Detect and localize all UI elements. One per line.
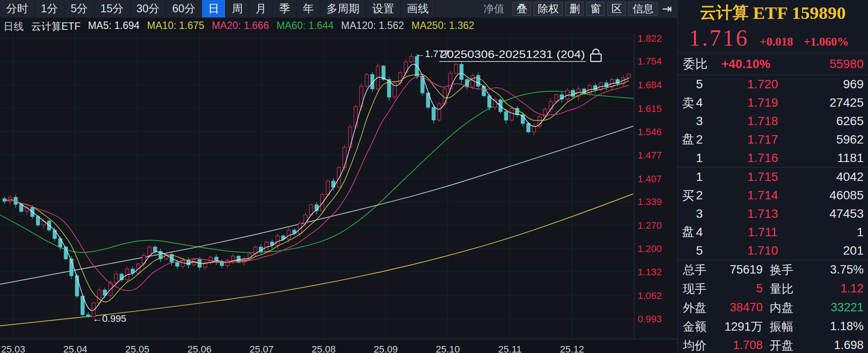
x-axis-label: 25.11 (498, 344, 521, 353)
nav-value-label[interactable]: 净值 (483, 2, 504, 16)
y-axis-label: 1.754 (638, 56, 662, 67)
pan-char: 盘 (682, 131, 694, 148)
ask-row-1[interactable]: 1 1.716 1181 (696, 149, 868, 167)
period-tab-month[interactable]: 月 (249, 0, 273, 18)
y-axis-label: 1.062 (638, 290, 662, 301)
amplitude-label: 振幅 (770, 319, 812, 335)
x-axis-label: 25.06 (187, 344, 212, 353)
ask-row-3[interactable]: 3 1.718 6265 (696, 112, 868, 130)
turnover-rate-label: 换手 (770, 262, 812, 278)
range-label: 20250306-20251231 (204) (440, 48, 585, 60)
current-volume-value: 5 (723, 282, 770, 295)
y-axis-label: 1.615 (638, 103, 662, 114)
open-price-label: 开盘 (770, 338, 812, 353)
period-tab-week[interactable]: 周 (226, 0, 249, 18)
delete-button[interactable]: 删 (565, 2, 584, 16)
exright-button[interactable]: 除权 (534, 2, 563, 16)
pan-char: 盘 (682, 223, 694, 240)
ma120-value: MA120: 1.562 (341, 20, 404, 33)
y-axis-label: 1.270 (638, 220, 662, 231)
bid-volume: 1 (810, 225, 868, 239)
ask-volume: 27425 (810, 96, 868, 110)
last-price: 1.716 (689, 25, 749, 51)
ask-book: 卖 盘 5 1.720 969 4 1.719 27425 3 1.718 62… (678, 75, 868, 168)
stat-row-avgprice: 均价 1.708 开盘 1.698 (678, 336, 868, 353)
weibi-total: 55980 (770, 57, 864, 71)
bid-row-4[interactable]: 4 1.711 1 (696, 223, 868, 241)
bid-row-5[interactable]: 5 1.710 201 (696, 241, 868, 260)
stat-row-lots: 外盘 38470 内盘 33221 (678, 298, 868, 317)
current-volume-label: 现手 (683, 281, 723, 297)
ask-price: 1.718 (715, 114, 810, 128)
chart-symbol-label: 云计算ETF (31, 20, 80, 33)
ask-level: 5 (696, 77, 715, 91)
ask-level: 3 (696, 114, 715, 128)
info-button[interactable]: 信息 (628, 2, 657, 16)
period-tab-30min[interactable]: 30分 (130, 0, 166, 18)
draw-line-button[interactable]: 画线 (401, 0, 435, 18)
bid-level: 4 (696, 225, 715, 239)
period-tab-quarter[interactable]: 季 (273, 0, 297, 18)
amount-label: 金额 (683, 319, 723, 335)
avg-price-label: 均价 (683, 338, 723, 353)
stat-row-current: 现手 5 量比 1.12 (678, 279, 868, 298)
bid-row-2[interactable]: 2 1.714 46085 (696, 186, 868, 205)
ma-legend-bar: 日线 云计算ETF MA5: 1.694 MA10: 1.675 MA20: 1… (4, 20, 474, 33)
period-tab-day-active[interactable]: 日 (202, 0, 226, 18)
avg-price-value: 1.708 (723, 339, 770, 352)
open-price-value: 1.698 (812, 339, 864, 352)
period-tab-60min[interactable]: 60分 (166, 0, 202, 18)
period-tab-year[interactable]: 年 (297, 0, 320, 18)
period-tab-multi[interactable]: 多周期 (320, 0, 366, 18)
total-volume-value: 75619 (723, 263, 770, 277)
ma60-value: MA60: 1.644 (276, 20, 334, 33)
y-axis-label: 1.132 (638, 267, 662, 277)
turnover-rate-value: 3.75% (812, 263, 864, 277)
bid-level: 2 (696, 188, 715, 202)
outer-lots-value: 38470 (723, 301, 770, 314)
collapse-panel-icon[interactable]: ⇥ (662, 2, 672, 16)
ma20-value: MA20: 1.666 (212, 20, 269, 33)
ask-price: 1.716 (715, 151, 810, 165)
bid-row-3[interactable]: 3 1.713 47453 (696, 205, 868, 223)
inner-lots-value: 33221 (812, 301, 864, 314)
ask-row-4[interactable]: 4 1.719 27425 (696, 94, 868, 112)
overlay-button[interactable]: 叠 (513, 2, 531, 16)
y-axis-label: 1.339 (638, 196, 662, 207)
y-axis-label: 0.993 (638, 313, 662, 324)
amplitude-value: 1.18% (812, 320, 864, 333)
candlestick-chart[interactable]: ←1.777←0.99520250306-20251231 (204)1.822… (0, 18, 677, 353)
settings-button[interactable]: 设置 (366, 0, 401, 18)
ask-volume: 6265 (810, 114, 868, 128)
ma5-value: MA5: 1.694 (88, 20, 140, 33)
region-button[interactable]: 区 (607, 2, 626, 16)
period-tab-1min[interactable]: 1分 (35, 0, 65, 18)
x-axis-label: 25.12 (560, 344, 584, 353)
window-button[interactable]: 窗 (586, 2, 605, 16)
stat-row-volume: 总手 75619 换手 3.75% (678, 260, 868, 279)
toolbar-right-group: 净值 叠 除权 删 窗 区 信息 ⇥ (480, 0, 677, 18)
period-toolbar: 分时 1分 5分 15分 30分 60分 日 周 月 季 年 多周期 设置 画线… (0, 0, 677, 18)
stock-code: ETF 159890 (753, 2, 846, 23)
bid-level: 5 (696, 244, 715, 258)
bid-volume: 47453 (810, 207, 868, 221)
ask-row-5[interactable]: 5 1.720 969 (696, 75, 868, 94)
quote-panel: 云计算 ETF 159890 1.716 +0.018 +1.060% 委比 +… (677, 0, 868, 353)
price-change-pct: +1.060% (803, 35, 849, 49)
ma250-value: MA250: 1.362 (412, 20, 474, 33)
weibi-value: +40.10% (721, 57, 770, 71)
ask-row-2[interactable]: 2 1.717 5962 (696, 130, 868, 149)
bid-level: 3 (696, 207, 715, 221)
low-annotation: ←0.995 (93, 313, 126, 324)
ask-volume: 1181 (810, 151, 868, 165)
period-tab-5min[interactable]: 5分 (65, 0, 94, 18)
bid-price: 1.715 (715, 170, 810, 184)
price-chart-svg: ←1.777←0.99520250306-20251231 (204)1.822… (0, 18, 677, 353)
y-axis-label: 1.546 (638, 126, 662, 137)
period-tab-15min[interactable]: 15分 (94, 0, 130, 18)
bid-price: 1.710 (715, 244, 810, 258)
period-tab-fenshi[interactable]: 分时 (0, 0, 35, 18)
x-axis-label: 25.10 (436, 344, 460, 353)
bid-row-1[interactable]: 1 1.715 4042 (696, 168, 868, 186)
stat-row-amount: 金额 1291万 振幅 1.18% (678, 317, 868, 336)
